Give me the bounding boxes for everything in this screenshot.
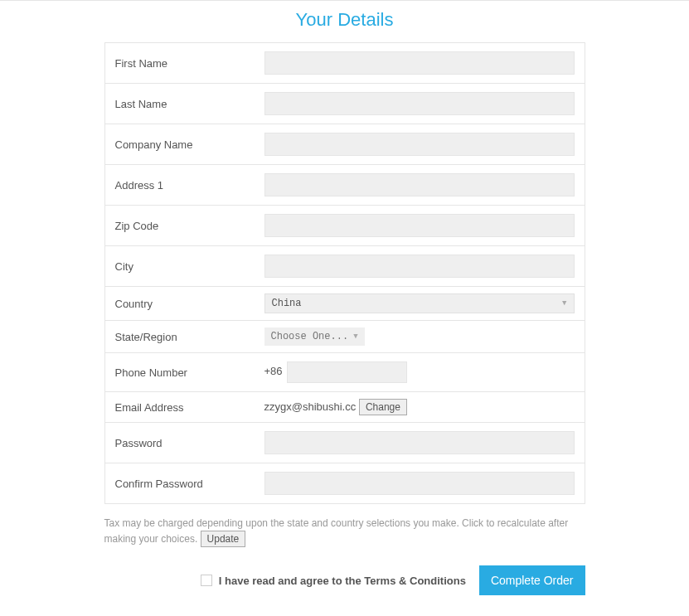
last-name-input[interactable] [264,92,575,115]
first-name-input[interactable] [264,51,575,75]
password-input[interactable] [264,431,575,454]
email-value: zzygx@shibushi.cc [264,400,357,413]
chevron-down-icon: ▼ [562,299,566,308]
zip-input[interactable] [264,214,575,237]
confirm-password-input[interactable] [264,472,575,495]
agree-terms-checkbox[interactable] [201,575,212,586]
agree-terms-label[interactable]: I have read and agree to the Terms & Con… [201,575,466,587]
agree-terms-text: I have read and agree to the Terms & Con… [219,575,466,587]
password-label: Password [115,437,264,449]
phone-input[interactable] [287,361,407,383]
details-form: First Name Last Name Company Name Addres… [104,42,585,504]
chevron-down-icon: ▼ [353,332,357,341]
confirm-password-label: Confirm Password [115,478,264,490]
company-name-label: Company Name [115,138,264,151]
state-select[interactable]: Choose One... ▼ [264,327,365,346]
city-label: City [115,260,264,273]
complete-order-button[interactable]: Complete Order [479,565,585,595]
tax-note-text: Tax may be charged depending upon the st… [104,517,569,545]
phone-label: Phone Number [115,366,264,379]
update-button[interactable]: Update [201,531,246,547]
country-value: China [272,298,302,309]
state-label: State/Region [115,331,264,343]
address1-label: Address 1 [115,179,264,192]
state-value: Choose One... [271,331,349,342]
zip-label: Zip Code [115,220,264,232]
email-label: Email Address [115,401,264,414]
address1-input[interactable] [264,173,575,196]
tax-note: Tax may be charged depending upon the st… [104,516,585,547]
section-title: Your Details [0,6,689,42]
country-label: Country [115,298,264,310]
first-name-label: First Name [115,57,264,70]
last-name-label: Last Name [115,98,264,110]
city-input[interactable] [264,255,575,278]
change-email-button[interactable]: Change [359,399,407,415]
company-name-input[interactable] [264,133,575,156]
country-select[interactable]: China ▼ [264,293,575,313]
phone-prefix: +86 [264,365,283,377]
